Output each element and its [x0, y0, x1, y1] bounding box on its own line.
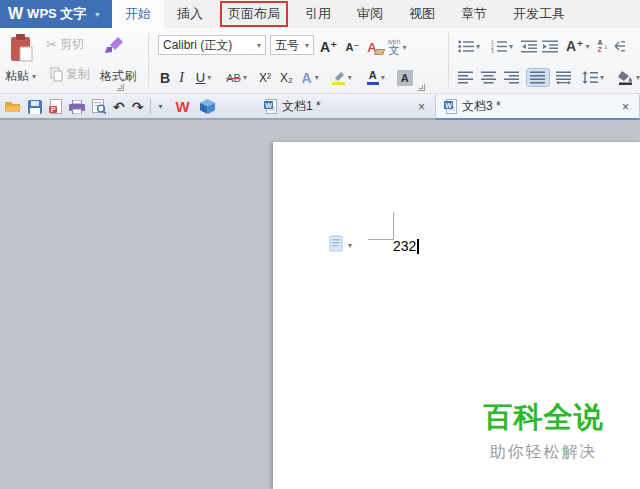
- close-icon[interactable]: ×: [416, 100, 427, 114]
- document-page[interactable]: ▾ 232 百科全说 助你轻松解决: [273, 142, 640, 489]
- distribute-button[interactable]: [556, 71, 572, 84]
- wps-logo-icon: W: [8, 5, 22, 23]
- app-menu-button[interactable]: W WPS 文字 ▾: [0, 0, 112, 28]
- open-documents: W 文档1 * × W 文档3 * ×: [256, 95, 640, 118]
- highlighter-icon: [331, 70, 346, 85]
- paste-icon[interactable]: [8, 33, 34, 63]
- tab-page-layout[interactable]: 页面布局: [216, 0, 292, 28]
- clear-format-button[interactable]: A: [367, 40, 376, 55]
- shading-button[interactable]: ▾: [614, 68, 640, 87]
- svg-text:3: 3: [491, 48, 494, 53]
- app-title: WPS 文字: [27, 5, 86, 23]
- new-from-template-button[interactable]: [200, 99, 215, 114]
- font-size-value: 五号: [275, 37, 299, 54]
- save-icon: [28, 100, 42, 114]
- toolbar-separator: [150, 99, 151, 114]
- font-style-row: B I U ▾ AB ▾ X² X₂ A ▾ ▾: [160, 68, 413, 87]
- bullet-list-button[interactable]: ▾: [455, 38, 483, 55]
- justify-icon: [530, 71, 546, 84]
- underline-button[interactable]: U ▾: [193, 68, 214, 87]
- document-tab-3-active[interactable]: W 文档3 * ×: [436, 95, 640, 120]
- document-workspace: ▾ 232 百科全说 助你轻松解决: [0, 120, 640, 489]
- format-painter-button[interactable]: 格式刷: [100, 68, 136, 85]
- paragraph-marks-button[interactable]: [613, 40, 625, 53]
- text-effects-button[interactable]: A: [302, 70, 312, 86]
- print-button[interactable]: [69, 100, 85, 114]
- highlight-button[interactable]: ▾: [328, 68, 355, 87]
- chevron-down-icon: ▾: [600, 73, 604, 82]
- paint-bucket-icon: [617, 70, 634, 85]
- superscript-button[interactable]: X²: [259, 71, 271, 85]
- numbered-list-button[interactable]: 1 2 3 ▾: [488, 38, 516, 55]
- bold-button[interactable]: B: [160, 70, 170, 86]
- cut-button[interactable]: ✂ 剪切: [46, 36, 84, 53]
- font-dialog-launcher-icon[interactable]: [418, 84, 425, 91]
- increase-indent-button[interactable]: [542, 40, 558, 53]
- undo-button[interactable]: ↶: [113, 99, 125, 115]
- tab-review[interactable]: 审阅: [344, 0, 396, 28]
- tab-section[interactable]: 章节: [448, 0, 500, 28]
- chevron-down-icon: ▾: [243, 73, 247, 82]
- align-left-icon: [458, 71, 474, 84]
- align-right-button[interactable]: [504, 71, 520, 84]
- chevron-down-icon: ▾: [381, 73, 385, 82]
- document-text[interactable]: 232: [393, 238, 419, 254]
- eraser-icon: [374, 49, 385, 55]
- print-preview-button[interactable]: [92, 99, 106, 114]
- document-tab-label: 文档3 *: [462, 98, 501, 115]
- font-size-combo[interactable]: 五号 ▾: [270, 35, 314, 55]
- char-shading-button[interactable]: A: [397, 70, 413, 86]
- tab-references[interactable]: 引用: [292, 0, 344, 28]
- group-separator: [148, 33, 149, 87]
- customize-toolbar-button[interactable]: ▾: [158, 102, 162, 111]
- close-icon[interactable]: ×: [620, 100, 631, 114]
- font-color-button[interactable]: A ▾: [364, 68, 388, 87]
- open-folder-icon: [5, 100, 21, 113]
- copy-label: 复制: [66, 66, 90, 83]
- adjust-font-scale-button[interactable]: A⁺ ▾: [563, 36, 593, 56]
- svg-text:W: W: [445, 102, 452, 109]
- document-icon: W: [264, 99, 277, 114]
- tab-dev-tools[interactable]: 开发工具: [500, 0, 578, 28]
- tab-home[interactable]: 开始: [112, 0, 164, 28]
- brush-icon: [104, 34, 126, 54]
- open-button[interactable]: [5, 100, 21, 113]
- italic-button[interactable]: I: [179, 70, 184, 86]
- justify-button[interactable]: [527, 69, 549, 86]
- phonetic-guide-button[interactable]: wén 文 ▾: [385, 36, 410, 58]
- clipboard-group-top: [8, 33, 34, 63]
- paste-options-button[interactable]: ▾: [329, 235, 352, 253]
- align-center-button[interactable]: [481, 71, 497, 84]
- redo-button[interactable]: ↷: [132, 99, 144, 115]
- subscript-button[interactable]: X₂: [280, 71, 293, 85]
- sort-button[interactable]: A Z ↓: [598, 39, 609, 53]
- chevron-down-icon: ▾: [348, 73, 352, 82]
- font-family-value: Calibri (正文): [163, 37, 232, 54]
- export-pdf-button[interactable]: P: [49, 99, 62, 114]
- tab-view[interactable]: 视图: [396, 0, 448, 28]
- decrease-indent-button[interactable]: [521, 40, 537, 53]
- svg-text:P: P: [51, 106, 56, 113]
- align-left-button[interactable]: [458, 71, 474, 84]
- chevron-down-icon: ▾: [348, 241, 352, 250]
- format-painter-icon-button[interactable]: [104, 34, 126, 54]
- paste-options-icon: [329, 235, 345, 253]
- document-tab-label: 文档1 *: [282, 98, 321, 115]
- margin-crop-mark: [368, 239, 394, 240]
- strikethrough-button[interactable]: AB ▾: [223, 70, 250, 86]
- tab-insert[interactable]: 插入: [164, 0, 216, 28]
- line-spacing-icon: [582, 71, 598, 84]
- paste-button[interactable]: 粘贴 ▾: [5, 68, 36, 85]
- numbered-list-icon: 1 2 3: [491, 40, 507, 53]
- font-family-combo[interactable]: Calibri (正文) ▾: [158, 35, 266, 55]
- grow-font-button[interactable]: A⁺: [320, 39, 338, 55]
- clipboard-dialog-launcher-icon[interactable]: [117, 84, 124, 91]
- line-spacing-button[interactable]: ▾: [579, 69, 607, 86]
- shrink-font-button[interactable]: A⁻: [346, 41, 360, 54]
- document-tab-1[interactable]: W 文档1 * ×: [256, 95, 436, 118]
- ribbon-tab-strip: 开始 插入 页面布局 引用 审阅 视图 章节 开发工具: [112, 0, 640, 28]
- copy-button[interactable]: 复制: [50, 66, 90, 83]
- chevron-down-icon: ▾: [207, 73, 211, 82]
- save-button[interactable]: [28, 100, 42, 114]
- wps-home-button[interactable]: W: [175, 98, 189, 115]
